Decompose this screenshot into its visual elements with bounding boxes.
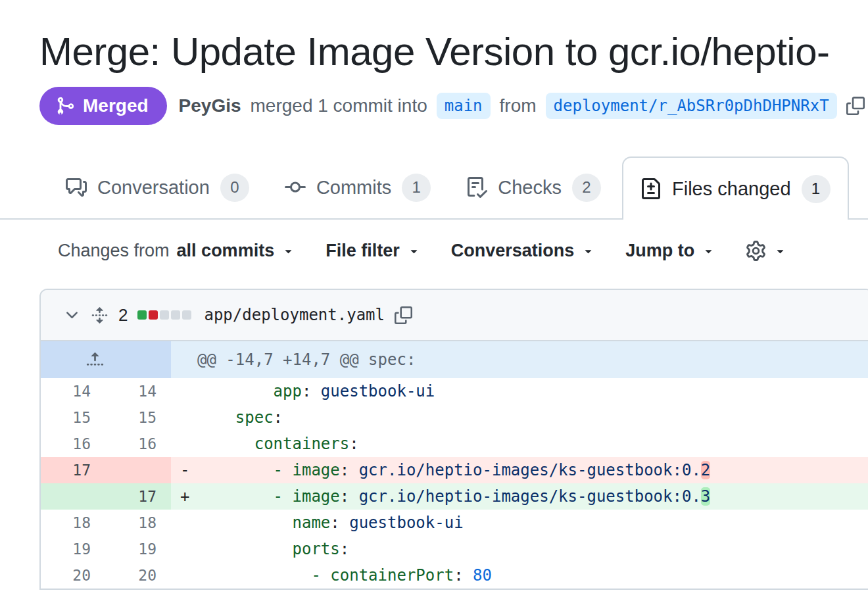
old-line-number[interactable]: 16 — [41, 431, 105, 457]
file-name-link[interactable]: app/deployment.yaml — [204, 306, 385, 324]
tab-label: Commits — [316, 177, 391, 199]
new-line-number[interactable] — [105, 457, 171, 483]
conversations-label: Conversations — [451, 241, 575, 261]
tab-label: Conversation — [97, 177, 210, 199]
code-segment: - — [274, 487, 293, 506]
code-cell: - - image: gcr.io/heptio-images/ks-guest… — [171, 457, 868, 483]
code-segment — [197, 514, 293, 532]
code-segment — [197, 566, 311, 585]
code-segment: name — [293, 514, 331, 532]
code-cell: app: guestbook-ui — [171, 378, 868, 404]
code-segment: : — [274, 408, 283, 427]
code-segment: - — [311, 566, 330, 585]
diffstat-square-deleted — [149, 310, 158, 320]
code-segment: - — [274, 461, 293, 479]
code-segment: : — [340, 461, 359, 479]
git-commit-icon — [285, 177, 306, 198]
code-text: app: guestbook-ui — [197, 378, 435, 404]
code-segment: guestbook-ui — [321, 382, 435, 400]
code-segment — [197, 382, 274, 400]
old-line-number[interactable]: 15 — [41, 404, 105, 431]
pr-tabbar: Conversation 0 Commits 1 Checks 2 Files … — [0, 156, 868, 220]
tab-files-changed[interactable]: Files changed 1 — [622, 156, 849, 220]
code-segment: ports — [293, 540, 340, 558]
tab-checks[interactable]: Checks 2 — [452, 156, 615, 218]
old-line-number[interactable]: 20 — [41, 562, 105, 589]
old-line-number[interactable]: 18 — [41, 510, 105, 536]
changes-from-label: Changes from — [58, 241, 170, 261]
old-line-number[interactable]: 14 — [41, 378, 105, 404]
diff-settings-dropdown[interactable] — [746, 241, 787, 261]
author-link[interactable]: PeyGis — [179, 95, 241, 116]
code-text: - image: gcr.io/heptio-images/ks-guestbo… — [197, 457, 710, 483]
code-cell: name: guestbook-ui — [171, 510, 868, 536]
diff-line: 1616 containers: — [41, 431, 868, 457]
git-merge-icon — [55, 96, 75, 116]
tab-label: Checks — [498, 177, 562, 199]
triangle-down-icon — [773, 244, 787, 258]
diffstat-square-added — [137, 310, 147, 320]
diff-marker — [180, 404, 197, 431]
new-line-number[interactable]: 20 — [105, 562, 171, 589]
diffstat-square-neutral — [171, 310, 180, 320]
conversations-dropdown[interactable]: Conversations — [451, 241, 596, 261]
old-line-number[interactable]: 19 — [41, 536, 105, 562]
diffstat-square-neutral — [182, 310, 191, 320]
tab-commits[interactable]: Commits 1 — [270, 156, 445, 218]
code-segment: app — [274, 382, 302, 400]
triangle-down-icon — [702, 244, 715, 258]
code-segment: gcr.io/heptio-images/ks-guestbook:0. — [359, 461, 701, 479]
chevron-down-icon[interactable] — [63, 306, 81, 324]
code-segment: gcr.io/heptio-images/ks-guestbook:0. — [359, 487, 701, 506]
new-line-number[interactable]: 19 — [105, 536, 171, 562]
diff-line: 1818 name: guestbook-ui — [41, 510, 868, 536]
merged-status-label: Merged — [83, 95, 149, 116]
diff-marker — [180, 562, 197, 589]
diff-line: 17+ - image: gcr.io/heptio-images/ks-gue… — [41, 483, 868, 510]
tab-label: Files changed — [672, 178, 791, 200]
file-diff-icon — [640, 178, 662, 199]
code-segment: image — [293, 487, 340, 506]
file-filter-dropdown[interactable]: File filter — [326, 241, 421, 261]
checklist-icon — [466, 177, 487, 198]
code-text: name: guestbook-ui — [197, 510, 464, 536]
diff-table: @@ -14,7 +14,7 @@ spec: 1414 app: guestb… — [41, 341, 868, 590]
head-branch-label[interactable]: deployment/r_AbSRr0pDhDHPNRxT — [546, 93, 837, 119]
jump-to-label: Jump to — [625, 241, 694, 261]
expand-hunk-button[interactable] — [41, 341, 171, 378]
new-line-number[interactable]: 16 — [105, 431, 171, 457]
new-line-number[interactable]: 14 — [105, 378, 171, 404]
new-line-number[interactable]: 17 — [105, 483, 171, 510]
jump-to-dropdown[interactable]: Jump to — [625, 241, 715, 261]
merged-status-badge: Merged — [39, 87, 167, 125]
new-line-number[interactable]: 15 — [105, 404, 171, 431]
code-segment: guestbook-ui — [349, 514, 463, 532]
diff-lines: 1414 app: guestbook-ui1515 spec:1616 con… — [41, 378, 868, 589]
diff-filterbar: Changes from all commits File filter Con… — [58, 241, 868, 261]
unfold-icon[interactable] — [91, 306, 108, 324]
new-line-number[interactable]: 18 — [105, 510, 171, 536]
code-segment — [197, 461, 274, 479]
diff-marker: + — [180, 483, 197, 510]
changed-lines-count: 2 — [118, 305, 128, 325]
code-text: spec: — [197, 404, 283, 431]
diff-line: 1515 spec: — [41, 404, 868, 431]
copy-path-icon[interactable] — [395, 306, 412, 324]
file-filter-label: File filter — [326, 241, 400, 261]
old-line-number[interactable]: 17 — [41, 457, 105, 483]
diff-line: 1919 ports: — [41, 536, 868, 562]
base-branch-label[interactable]: main — [437, 93, 491, 119]
code-segment: spec — [235, 408, 274, 427]
code-segment: : — [330, 514, 349, 532]
code-segment — [197, 540, 293, 558]
diff-marker — [180, 378, 197, 404]
triangle-down-icon — [581, 244, 595, 258]
triangle-down-icon — [281, 244, 295, 258]
tab-counter: 1 — [402, 174, 431, 202]
copy-branch-icon[interactable] — [846, 97, 865, 115]
tab-counter: 1 — [802, 175, 831, 203]
old-line-number[interactable] — [41, 483, 105, 510]
code-segment: image — [293, 461, 340, 479]
changes-from-dropdown[interactable]: Changes from all commits — [58, 241, 295, 261]
tab-conversation[interactable]: Conversation 0 — [51, 156, 264, 218]
